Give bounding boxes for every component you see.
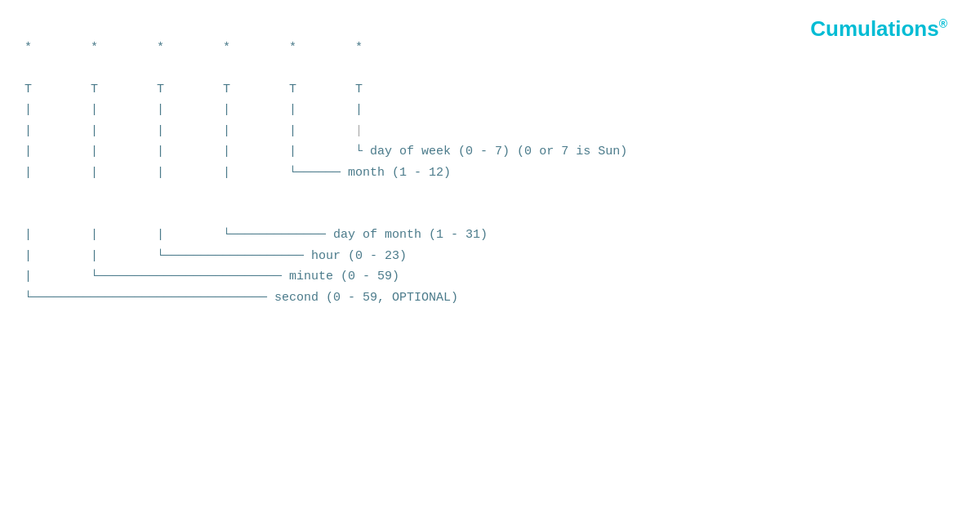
stars-row: * * * * * * <box>24 41 363 55</box>
minute-row: | └───────────────────────── minute (0 -… <box>24 270 399 283</box>
pipe-row-1: | | | | | | <box>24 103 363 117</box>
registered-symbol: ® <box>939 17 947 30</box>
brand-name: Cumulations <box>810 16 938 41</box>
brand-logo: Cumulations® <box>810 16 947 42</box>
dom-row: | | | └───────────── day of month (1 - 3… <box>24 228 488 242</box>
month-label: month (1 - 12) <box>348 166 451 180</box>
second-label: second (0 - 59, OPTIONAL) <box>274 291 458 305</box>
t-row: T T T T T T <box>24 83 363 96</box>
month-row: | | | | └────── month (1 - 12) <box>24 166 451 180</box>
dow-row: | | | | | └ day of week (0 - 7) (0 or 7 … <box>24 145 627 158</box>
cron-diagram: * * * * * * T T T T T T | | | | | | | | … <box>24 16 627 308</box>
dow-label: day of week (0 - 7) (0 or 7 is Sun) <box>370 145 627 158</box>
minute-label: minute (0 - 59) <box>289 270 399 283</box>
dom-label: day of month (1 - 31) <box>333 228 488 242</box>
hour-label: hour (0 - 23) <box>311 249 407 263</box>
pipe-row-2: | | | | | | <box>24 124 363 138</box>
second-row: └──────────────────────────────── second… <box>24 291 458 305</box>
hour-row: | | └─────────────────── hour (0 - 23) <box>24 249 407 263</box>
